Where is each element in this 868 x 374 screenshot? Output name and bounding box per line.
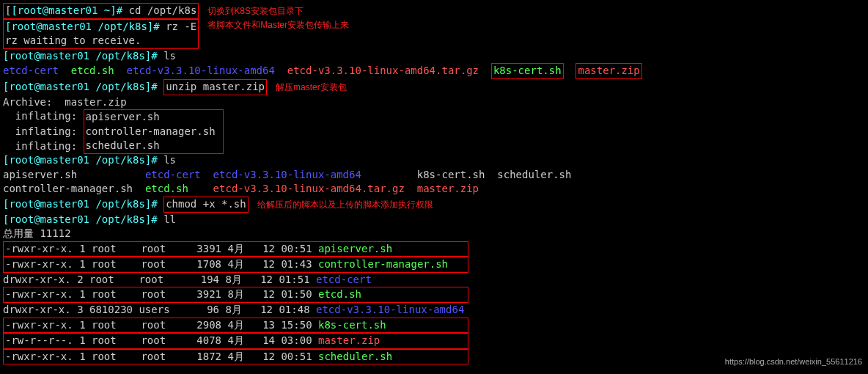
ls1-master-zip: master.zip — [575, 63, 641, 79]
cmd-cd: cd /opt/k8s — [129, 4, 197, 16]
cmd-unzip: unzip master.zip — [163, 79, 267, 95]
note-chmod: 给解压后的脚本以及上传的脚本添加执行权限 — [257, 199, 433, 210]
prompt-k8s-3: [root@master01 /opt/k8s]# — [3, 81, 158, 92]
ll-filename: etcd-v3.3.10-linux-amd64 — [316, 304, 464, 315]
ll-row: drwxr-xr-x. 3 6810230 users 96 8月 12 01:… — [3, 303, 865, 318]
cmd-cd-box: [[root@master01 ~]# cd /opt/k8s — [3, 3, 199, 19]
ll-filename: master.zip — [318, 334, 380, 346]
archive-f3: scheduler.sh — [86, 139, 160, 151]
line-cd: [[root@master01 ~]# cd /opt/k8s切换到K8S安装包… — [3, 3, 865, 19]
note-cd: 切换到K8S安装包目录下 — [207, 6, 304, 16]
ll-filename: controller-manager.sh — [318, 258, 448, 270]
prompt-k8s-4: [root@master01 /opt/k8s]# — [3, 154, 158, 166]
ll-filename: scheduler.sh — [318, 351, 392, 362]
archive-f1: apiserver.sh — [86, 111, 160, 122]
line-ll: [root@master01 /opt/k8s]# ll — [3, 213, 865, 227]
cmd-rz-box: [root@master01 /opt/k8s]# rz -Erz waitin… — [3, 19, 199, 49]
ll-row-box: -rw-r--r--. 1 root root 4078 4月 14 03:00… — [3, 333, 468, 349]
ll-filename: etcd.sh — [318, 288, 361, 300]
ll-filename: etcd-cert — [316, 274, 372, 285]
ll-filename: apiserver.sh — [318, 243, 392, 254]
line-ls2: [root@master01 /opt/k8s]# ls — [3, 153, 865, 168]
watermark: https://blog.csdn.net/weixin_55611216 — [725, 356, 862, 367]
cmd-ls2: ls — [163, 154, 176, 166]
archive-f2: controller-manager.sh — [86, 125, 216, 137]
note-rz: 将脚本文件和Master安装包传输上来 — [207, 20, 349, 30]
cmd-ll: ll — [163, 213, 176, 225]
line-chmod: [root@master01 /opt/k8s]# chmod +x *.sh给… — [3, 197, 865, 213]
ll-row: -rwxr-xr-x. 1 root root 3921 8月 12 01:50… — [3, 287, 865, 303]
ll-row-box: -rwxr-xr-x. 1 root root 1872 4月 12 00:51… — [3, 349, 468, 365]
archive-header: Archive: master.zip — [3, 95, 865, 110]
line-unzip: [root@master01 /opt/k8s]# unzip master.z… — [3, 79, 865, 95]
ll-row: drwxr-xr-x. 2 root root 194 8月 12 01:51 … — [3, 273, 865, 287]
ls1-etcd-dir: etcd-v3.3.10-linux-amd64 — [127, 65, 275, 76]
ls1-output: etcd-cert etcd.sh etcd-v3.3.10-linux-amd… — [3, 63, 865, 79]
cmd-chmod: chmod +x *.sh — [163, 197, 249, 213]
prompt-home: [root@master01 ~]# — [11, 4, 122, 16]
cmd-ls1: ls — [163, 50, 176, 62]
ll-row-box: -rwxr-xr-x. 1 root root 1708 4月 12 01:43… — [3, 257, 468, 273]
prompt-k8s-2: [root@master01 /opt/k8s]# — [3, 50, 158, 62]
archive-files-box: apiserver.sh controller-manager.sh sched… — [84, 109, 224, 154]
prompt-k8s-1: [root@master01 /opt/k8s]# — [5, 21, 160, 32]
ls1-etcd-cert: etcd-cert — [3, 65, 59, 76]
ll-row: -rwxr-xr-x. 1 root root 1708 4月 12 01:43… — [3, 257, 865, 273]
ll-row: -rwxr-xr-x. 1 root root 2908 4月 13 15:50… — [3, 318, 865, 334]
ll-total: 总用量 11112 — [3, 227, 865, 241]
prompt-k8s-5: [root@master01 /opt/k8s]# — [3, 198, 158, 210]
ls1-k8s-cert: k8s-cert.sh — [491, 63, 564, 79]
line-ls1: [root@master01 /opt/k8s]# ls — [3, 49, 865, 64]
ls2-row1: apiserver.sh etcd-cert etcd-v3.3.10-linu… — [3, 168, 865, 183]
ls1-etcd-tar: etcd-v3.3.10-linux-amd64.tar.gz — [287, 65, 479, 76]
ll-row-box: -rwxr-xr-x. 1 root root 2908 4月 13 15:50… — [3, 318, 468, 334]
ll-filename: k8s-cert.sh — [318, 319, 386, 331]
prompt-k8s-6: [root@master01 /opt/k8s]# — [3, 213, 158, 225]
line-rz: [root@master01 /opt/k8s]# rz -Erz waitin… — [3, 19, 865, 49]
ls1-etcd-sh: etcd.sh — [71, 65, 114, 76]
ll-row-box: -rwxr-xr-x. 1 root root 3921 8月 12 01:50… — [3, 287, 468, 303]
ll-row-box: -rwxr-xr-x. 1 root root 3391 4月 12 00:51… — [3, 241, 468, 257]
ls2-row2: controller-manager.sh etcd.sh etcd-v3.3.… — [3, 182, 865, 197]
note-unzip: 解压master安装包 — [276, 82, 347, 92]
cmd-rz: rz -E — [166, 21, 196, 32]
ll-row: -rw-r--r--. 1 root root 4078 4月 14 03:00… — [3, 333, 865, 349]
ll-row: -rwxr-xr-x. 1 root root 3391 4月 12 00:51… — [3, 241, 865, 257]
rz-wait: rz waiting to receive. — [5, 34, 141, 46]
